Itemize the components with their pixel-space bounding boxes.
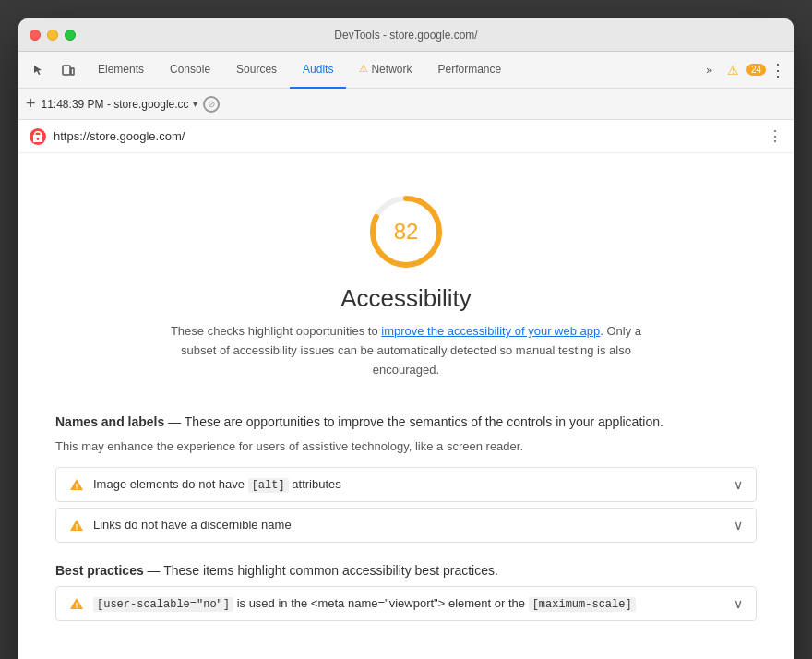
main-content: 82 Accessibility These checks highlight … — [18, 153, 794, 659]
audit-item-img-alt[interactable]: ! Image elements do not have [alt] attri… — [55, 467, 757, 502]
svg-rect-0 — [63, 66, 70, 75]
device-toggle-button[interactable] — [55, 57, 81, 83]
devtools-window: DevTools - store.google.com/ Elements Co… — [18, 18, 794, 659]
tab-elements[interactable]: Elements — [85, 52, 157, 89]
tab-performance[interactable]: Performance — [424, 52, 514, 89]
audit-warning-icon-3: ! — [69, 596, 84, 611]
score-description: These checks highlight opportunities to … — [166, 322, 646, 379]
tab-console[interactable]: Console — [157, 52, 223, 89]
score-value: 82 — [394, 219, 419, 245]
audit-item-meta-chevron: ∨ — [734, 596, 743, 611]
no-recording-icon: ⊘ — [203, 96, 220, 113]
audit-item-chevron: ∨ — [734, 477, 743, 492]
settings-button[interactable]: ⋮ — [770, 60, 786, 80]
section-names-labels-header: Names and labels — These are opportuniti… — [55, 413, 757, 432]
svg-text:!: ! — [76, 601, 78, 610]
audit-item-meta-viewport[interactable]: ! [user-scalable="no"] is used in the <m… — [55, 586, 757, 621]
section-best-practices: Best practices — These items highlight c… — [55, 561, 757, 621]
network-warning-icon: ⚠ — [359, 63, 368, 75]
tab-audits[interactable]: Audits — [290, 52, 346, 89]
site-security-icon — [30, 128, 46, 145]
tab-bar: Elements Console Sources Audits ⚠ Networ… — [85, 52, 695, 89]
session-dropdown[interactable]: ▾ — [193, 99, 197, 109]
score-circle: 82 — [364, 190, 448, 273]
site-menu-button[interactable]: ⋮ — [768, 127, 782, 145]
svg-rect-1 — [71, 68, 74, 75]
svg-text:!: ! — [76, 482, 78, 491]
maximize-button[interactable] — [65, 30, 76, 41]
audit-item-link-name-text: Links do not have a discernible name — [93, 518, 734, 532]
score-description-link[interactable]: improve the accessibility of your web ap… — [381, 324, 600, 338]
score-section: 82 Accessibility These checks highlight … — [55, 172, 757, 394]
select-tool-button[interactable] — [26, 57, 52, 83]
warning-count-badge: 24 — [746, 64, 766, 76]
section-best-practices-header: Best practices — These items highlight c… — [55, 561, 757, 581]
section-names-labels: Names and labels — These are opportuniti… — [55, 413, 757, 543]
site-url: https://store.google.com/ — [54, 129, 760, 143]
tab-overflow-button[interactable]: » — [699, 64, 720, 77]
audit-item-link-chevron: ∨ — [734, 518, 743, 533]
score-title: Accessibility — [340, 284, 472, 313]
toolbar: Elements Console Sources Audits ⚠ Networ… — [18, 52, 794, 89]
audit-item-img-alt-text: Image elements do not have [alt] attribu… — [93, 477, 734, 492]
titlebar: DevTools - store.google.com/ — [18, 18, 794, 52]
audit-item-meta-viewport-text: [user-scalable="no"] is used in the <met… — [93, 596, 734, 611]
session-timestamp: 11:48:39 PM - store.google.cc ▾ — [42, 98, 197, 111]
warning-badge-icon: ⚠ — [727, 63, 739, 78]
svg-text:!: ! — [76, 522, 78, 532]
tab-network[interactable]: ⚠ Network — [346, 52, 424, 89]
sitebar: https://store.google.com/ ⋮ — [18, 120, 794, 153]
tab-sources[interactable]: Sources — [223, 52, 290, 89]
close-button[interactable] — [30, 30, 41, 41]
traffic-lights — [30, 30, 76, 41]
window-title: DevTools - store.google.com/ — [334, 29, 477, 42]
minimize-button[interactable] — [47, 30, 58, 41]
audit-warning-icon: ! — [69, 477, 84, 492]
audit-warning-icon-2: ! — [69, 518, 84, 533]
add-session-button[interactable]: + — [26, 94, 36, 114]
section-names-labels-desc: This may enhance the experience for user… — [55, 437, 757, 456]
audit-item-link-name[interactable]: ! Links do not have a discernible name ∨ — [55, 508, 757, 543]
urlbar: + 11:48:39 PM - store.google.cc ▾ ⊘ — [18, 89, 794, 120]
